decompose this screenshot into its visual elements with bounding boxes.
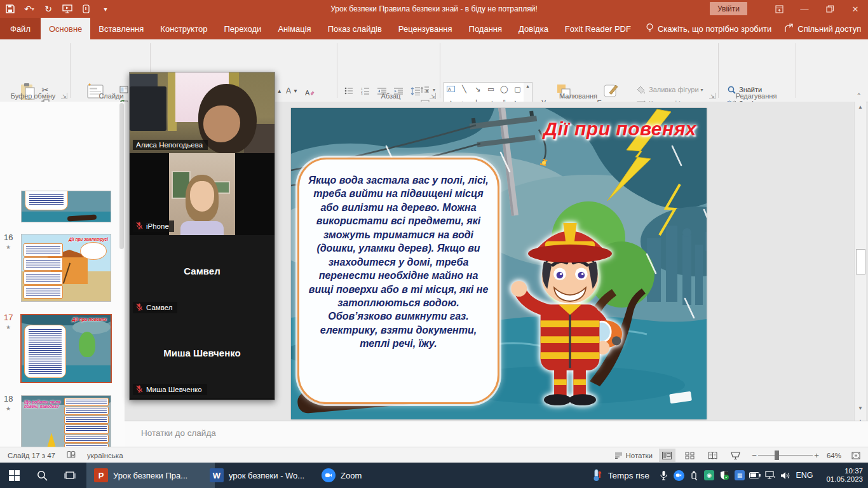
zoom-percent[interactable]: 64% (827, 452, 841, 459)
reading-view-button[interactable] (705, 449, 721, 462)
tray-green-app-icon[interactable]: ◉ (702, 463, 717, 488)
close-button[interactable]: ✕ (843, 0, 868, 18)
scroll-down-icon[interactable]: ▼ (855, 405, 866, 411)
participant-name-label: Миша Шевченко (133, 384, 207, 395)
group-label-clipboard: Буфер обміну (4, 92, 62, 100)
fireman-cartoon (502, 189, 638, 413)
start-slideshow-icon[interactable] (62, 4, 72, 14)
tray-security-shield-icon[interactable] (717, 463, 732, 488)
paragraph-dialog-launcher[interactable]: ↘ (430, 93, 436, 99)
tray-network-icon[interactable] (763, 463, 778, 488)
taskbar-clock[interactable]: 10:37 01.05.2023 (816, 467, 868, 484)
scrollbar-thumb[interactable] (856, 249, 865, 274)
taskbar-app-powerpoint[interactable]: P Урок безпеки Пра... (86, 463, 215, 488)
group-label-editing: Редагування (724, 92, 788, 100)
taskbar-search-icon[interactable] (28, 463, 56, 488)
slideshow-view-button[interactable] (728, 449, 744, 462)
redo-icon[interactable]: ↻ (43, 4, 53, 14)
clear-formatting-button[interactable]: A (304, 86, 315, 98)
customize-qat-icon[interactable]: ▾ (100, 4, 111, 14)
ribbon-display-options-icon[interactable] (766, 0, 792, 18)
notes-pane[interactable]: Нотатки до слайда (125, 421, 868, 447)
restore-button[interactable] (817, 0, 843, 18)
tab-view[interactable]: Подання (461, 18, 511, 39)
slide-sorter-view-button[interactable] (682, 449, 698, 462)
group-label-drawing: Малювання (445, 92, 712, 100)
slide-thumb-18[interactable]: Що робити після повені, паводка? (21, 395, 111, 447)
panel-scrollbar[interactable] (119, 103, 124, 249)
sign-in-button[interactable]: Увійти (710, 2, 747, 15)
temperature-icon[interactable] (588, 463, 607, 488)
notes-placeholder[interactable]: Нотатки до слайда (141, 428, 216, 438)
zoom-in-icon[interactable]: + (813, 451, 820, 460)
word-icon: W (210, 468, 224, 482)
shrink-font-button[interactable]: A▼ (286, 86, 298, 95)
taskbar-app-word[interactable]: W урок безпеки - Wo... (202, 463, 327, 488)
minimize-button[interactable]: — (792, 0, 817, 18)
tray-blue-app-icon[interactable]: ▦ (732, 463, 747, 488)
start-button[interactable] (0, 463, 28, 488)
mic-muted-icon (136, 222, 143, 231)
undo-icon[interactable]: ↶▾ (24, 4, 34, 14)
save-icon[interactable] (5, 4, 15, 14)
tray-usb-icon[interactable] (686, 463, 702, 488)
drawing-dialog-launcher[interactable]: ↘ (709, 93, 715, 99)
fit-slide-to-window-button[interactable] (848, 449, 864, 462)
taskbar-app-zoom[interactable]: Zoom (314, 463, 431, 488)
share-button[interactable]: Спільний доступ (778, 18, 867, 39)
tab-transitions[interactable]: Переходи (215, 18, 269, 39)
tab-animations[interactable]: Анімація (269, 18, 319, 39)
participant-name-label: Самвел (133, 302, 177, 313)
tray-zoom-icon[interactable] (671, 463, 686, 488)
zoom-icon (322, 468, 336, 482)
tell-me-box[interactable]: Скажіть, що потрібно зробити (639, 18, 778, 39)
tab-insert[interactable]: Вставлення (90, 18, 152, 39)
tab-foxit[interactable]: Foxit Reader PDF (557, 18, 639, 39)
slide-number-18: 18 (4, 394, 18, 403)
normal-view-button[interactable] (659, 449, 675, 462)
animation-star-icon: ★ (6, 244, 11, 250)
slide-body-text: Якщо вода застала вас у полі, лісі, треб… (307, 173, 490, 351)
participant-tile-misha[interactable]: Миша Шевченко Миша Шевченко (130, 316, 275, 398)
temps-rise-label[interactable]: Temps rise (607, 471, 656, 480)
tab-design[interactable]: Конструктор (152, 18, 215, 39)
touch-mode-icon[interactable] (81, 4, 92, 14)
participant-name-label: Алиса Непогодьева (133, 140, 208, 150)
clipboard-dialog-launcher[interactable]: ↘ (61, 93, 67, 99)
zoom-out-icon[interactable]: − (750, 451, 758, 460)
lightbulb-icon (646, 23, 654, 34)
zoom-meeting-overlay[interactable]: Алиса Непогодьева iPhone Самвел Самвел (129, 72, 275, 400)
tab-home[interactable]: Основне (41, 18, 90, 39)
participant-tile-samvel[interactable]: Самвел Самвел (130, 235, 275, 316)
participant-video-iphone[interactable]: iPhone (130, 153, 275, 235)
spellcheck-icon[interactable] (67, 451, 76, 460)
slide-text-bubble[interactable]: Якщо вода застала вас у полі, лісі, треб… (297, 158, 499, 404)
quick-access-toolbar: ↶▾ ↻ ▾ (5, 0, 111, 18)
zoom-slider-knob[interactable] (775, 451, 779, 460)
tab-slideshow[interactable]: Показ слайдів (320, 18, 390, 39)
slide-title[interactable]: Дії при повенях (543, 118, 696, 140)
window-title: Урок безпеки Правила безпеки знай - в бі… (330, 0, 537, 18)
tab-review[interactable]: Рецензування (390, 18, 461, 39)
language-indicator[interactable]: українська (87, 452, 123, 459)
slide-17-canvas[interactable]: Дії при повенях Якщо вода застала вас у … (291, 108, 707, 419)
slide-thumb-15[interactable] (21, 191, 111, 222)
keyboard-language[interactable]: ENG (793, 463, 816, 488)
slide-thumb-17-selected[interactable]: Дії при повенях (20, 314, 112, 383)
notes-toggle-button[interactable]: Нотатки (614, 452, 653, 459)
tray-battery-icon[interactable] (747, 463, 763, 488)
tab-help[interactable]: Довідка (510, 18, 557, 39)
tray-microphone-icon[interactable] (656, 463, 671, 488)
slide-thumbnail-panel[interactable]: 16 ★ Дії при землетрусі (0, 102, 125, 447)
tray-volume-icon[interactable] (778, 463, 793, 488)
task-view-icon[interactable] (56, 463, 84, 488)
participant-video-alisa[interactable]: Алиса Непогодьева (130, 72, 275, 153)
svg-text:A: A (448, 87, 451, 92)
slide-thumb-16[interactable]: Дії при землетрусі (21, 234, 111, 302)
zoom-slider[interactable]: − + (750, 449, 820, 462)
scroll-up-icon[interactable]: ▲ (855, 104, 866, 110)
vertical-scrollbar[interactable]: ▲ ▼ ▲▲ ▼▼ (854, 102, 866, 447)
mic-muted-icon (136, 385, 143, 394)
tab-file[interactable]: Файл (0, 18, 41, 39)
collapse-ribbon-icon[interactable]: ⌃ (857, 92, 862, 99)
